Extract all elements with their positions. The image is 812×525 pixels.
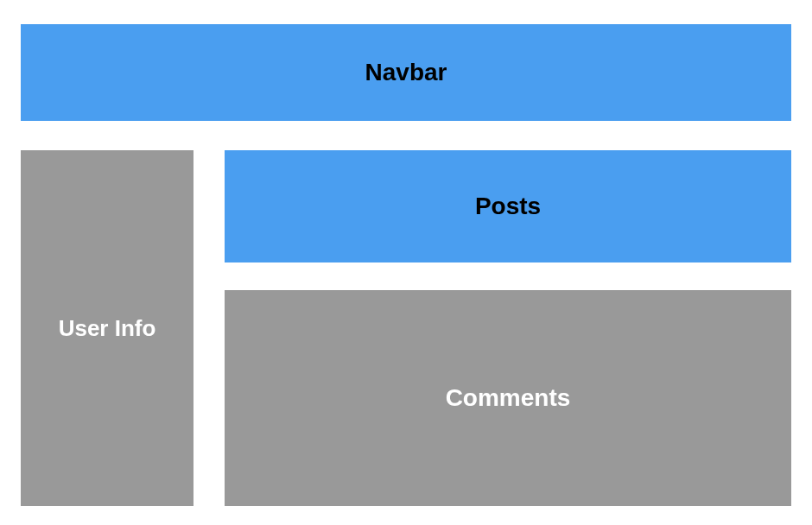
user-info-region: User Info (21, 150, 193, 506)
comments-label: Comments (446, 384, 571, 412)
body-row: User Info Posts Comments (21, 150, 791, 506)
navbar-region: Navbar (21, 24, 791, 121)
comments-region: Comments (225, 290, 791, 506)
posts-label: Posts (475, 193, 541, 220)
posts-region: Posts (225, 150, 791, 262)
main-column: Posts Comments (225, 150, 791, 506)
user-info-label: User Info (59, 315, 156, 342)
navbar-label: Navbar (365, 59, 447, 86)
layout-container: Navbar User Info Posts Comments (21, 24, 791, 506)
